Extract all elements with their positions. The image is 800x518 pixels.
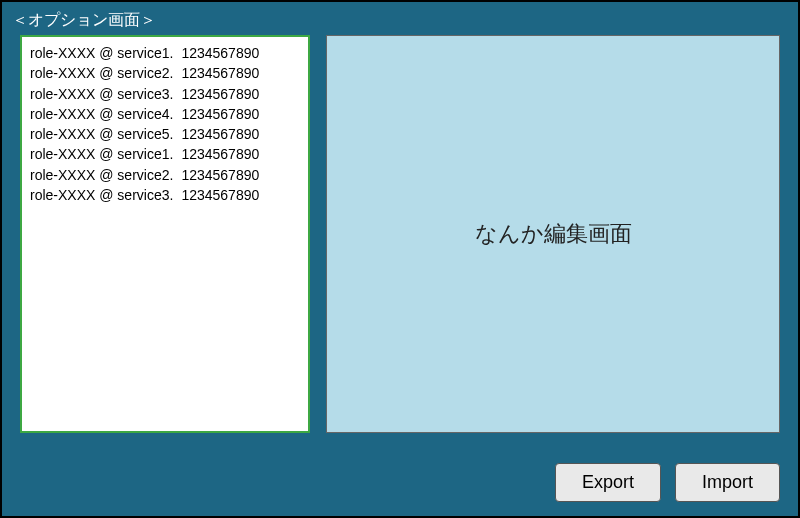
role-list-panel[interactable]: role-XXXX @ service1.1234567890role-XXXX… [20, 35, 310, 433]
button-row: Export Import [555, 463, 780, 502]
list-item[interactable]: role-XXXX @ service5.1234567890 [30, 124, 300, 144]
list-item[interactable]: role-XXXX @ service3.1234567890 [30, 185, 300, 205]
list-item-role: role-XXXX @ service4. [30, 104, 173, 124]
list-item-id: 1234567890 [181, 84, 259, 104]
list-item[interactable]: role-XXXX @ service2.1234567890 [30, 165, 300, 185]
list-item[interactable]: role-XXXX @ service4.1234567890 [30, 104, 300, 124]
list-item-id: 1234567890 [181, 43, 259, 63]
list-item[interactable]: role-XXXX @ service1.1234567890 [30, 144, 300, 164]
window-title: ＜オプション画面＞ [2, 2, 798, 35]
import-button[interactable]: Import [675, 463, 780, 502]
list-item-role: role-XXXX @ service1. [30, 43, 173, 63]
list-item-id: 1234567890 [181, 144, 259, 164]
edit-panel: なんか編集画面 [326, 35, 780, 433]
list-item-role: role-XXXX @ service2. [30, 165, 173, 185]
list-item-id: 1234567890 [181, 185, 259, 205]
list-item-id: 1234567890 [181, 63, 259, 83]
list-item-id: 1234567890 [181, 165, 259, 185]
main-area: role-XXXX @ service1.1234567890role-XXXX… [2, 35, 798, 433]
list-item-id: 1234567890 [181, 124, 259, 144]
list-item-role: role-XXXX @ service3. [30, 185, 173, 205]
list-item-role: role-XXXX @ service1. [30, 144, 173, 164]
list-item-role: role-XXXX @ service2. [30, 63, 173, 83]
list-item[interactable]: role-XXXX @ service1.1234567890 [30, 43, 300, 63]
edit-panel-label: なんか編集画面 [475, 219, 632, 249]
list-item[interactable]: role-XXXX @ service2.1234567890 [30, 63, 300, 83]
export-button[interactable]: Export [555, 463, 661, 502]
list-item-id: 1234567890 [181, 104, 259, 124]
list-item-role: role-XXXX @ service5. [30, 124, 173, 144]
list-item[interactable]: role-XXXX @ service3.1234567890 [30, 84, 300, 104]
list-item-role: role-XXXX @ service3. [30, 84, 173, 104]
